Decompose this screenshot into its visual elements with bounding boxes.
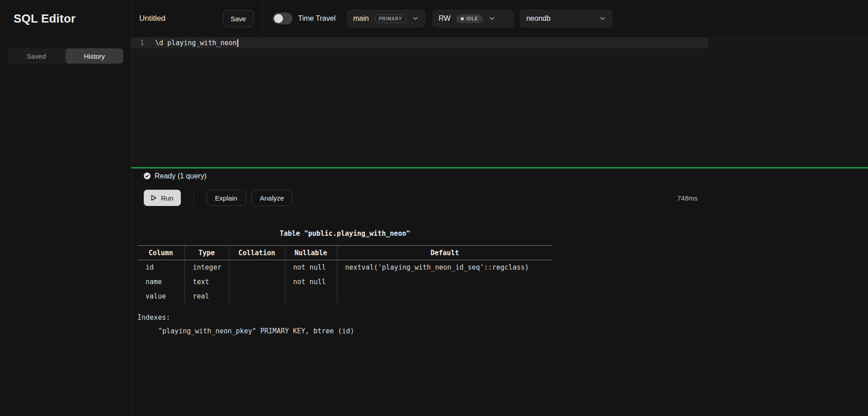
topbar-divider [262, 0, 262, 37]
query-title[interactable]: Untitled [139, 14, 223, 23]
table-cell: value [137, 289, 184, 304]
sidebar-header: SQL Editor [0, 0, 131, 37]
text-caret [237, 39, 238, 47]
column-header: Collation [229, 246, 285, 260]
analyze-button[interactable]: Analyze [251, 190, 292, 206]
compute-status-label: IDLE [467, 16, 478, 21]
table-cell: not null [285, 275, 337, 289]
explain-button[interactable]: Explain [207, 190, 246, 206]
chevron-down-icon [599, 15, 606, 22]
results-panel: Table "public.playing_with_neon" Column … [131, 213, 868, 416]
results-table: Column Type Collation Nullable Default i… [137, 245, 552, 304]
table-cell: text [184, 275, 229, 289]
sql-editor-app: SQL Editor Saved History Untitled Save T… [0, 0, 868, 416]
table-cell: integer [184, 260, 229, 275]
status-dot-icon [461, 17, 464, 20]
time-travel-label: Time Travel [298, 14, 335, 23]
topbar: Untitled Save Time Travel main PRIMARY R… [131, 0, 868, 37]
sql-code-editor[interactable]: 1 \d playing_with_neon [131, 37, 868, 167]
table-row: value real [137, 289, 552, 304]
database-name: neondb [526, 14, 550, 23]
column-header: Nullable [285, 246, 337, 260]
chevron-down-icon [412, 15, 419, 22]
table-cell [337, 289, 552, 304]
result-table-title: Table "public.playing_with_neon" [137, 229, 552, 238]
query-toolbar: Run Explain Analyze 748ms [131, 183, 868, 213]
compute-name: RW [439, 14, 450, 23]
line-number: 1 [131, 37, 153, 48]
chevron-down-icon [488, 15, 495, 22]
index-definition: "playing_with_neon_pkey" PRIMARY KEY, bt… [137, 326, 552, 336]
save-button[interactable]: Save [223, 10, 254, 27]
branch-name: main [353, 14, 369, 23]
table-cell [337, 275, 552, 289]
table-cell: name [137, 275, 184, 289]
statusbar: Ready (1 query) [131, 168, 868, 183]
query-duration: 748ms [677, 194, 698, 202]
table-header-row: Column Type Collation Nullable Default [137, 246, 552, 260]
psql-output: Table "public.playing_with_neon" Column … [137, 229, 552, 336]
branch-selector[interactable]: main PRIMARY [347, 9, 425, 28]
database-selector[interactable]: neondb [520, 9, 613, 28]
toggle-knob [274, 14, 283, 23]
table-row: name text not null [137, 275, 552, 289]
code-line: \d playing_with_neon [153, 37, 238, 48]
code-text: \d playing_with_neon [155, 39, 237, 47]
branch-primary-badge: PRIMARY [374, 14, 406, 23]
editor-active-line: 1 \d playing_with_neon [131, 37, 708, 48]
indexes-label: Indexes: [137, 313, 552, 323]
play-icon [151, 195, 157, 201]
table-cell [229, 275, 285, 289]
check-circle-icon [144, 173, 151, 179]
run-label: Run [161, 194, 174, 202]
table-cell [229, 260, 285, 275]
column-header: Type [184, 246, 229, 260]
tab-saved[interactable]: Saved [7, 48, 66, 64]
compute-status-badge: IDLE [456, 14, 483, 23]
column-header: Default [337, 246, 552, 260]
toolbar-divider [193, 192, 194, 204]
table-cell [285, 289, 337, 304]
sidebar: SQL Editor Saved History [0, 0, 131, 416]
compute-selector[interactable]: RW IDLE [432, 9, 514, 28]
tab-history[interactable]: History [66, 48, 124, 64]
time-travel-toggle[interactable] [273, 13, 292, 24]
table-cell: nextval('playing_with_neon_id_seq'::regc… [337, 260, 552, 275]
column-header: Column [137, 246, 184, 260]
saved-history-segmented-control: Saved History [7, 48, 123, 64]
page-title: SQL Editor [14, 12, 75, 26]
table-cell: real [184, 289, 229, 304]
table-cell [229, 289, 285, 304]
sidebar-tabs: Saved History [7, 48, 123, 75]
table-row: id integer not null nextval('playing_wit… [137, 260, 552, 275]
status-text: Ready (1 query) [155, 172, 207, 180]
table-cell: not null [285, 260, 337, 275]
table-cell: id [137, 260, 184, 275]
main-area: Untitled Save Time Travel main PRIMARY R… [131, 0, 868, 416]
run-button[interactable]: Run [144, 190, 181, 206]
